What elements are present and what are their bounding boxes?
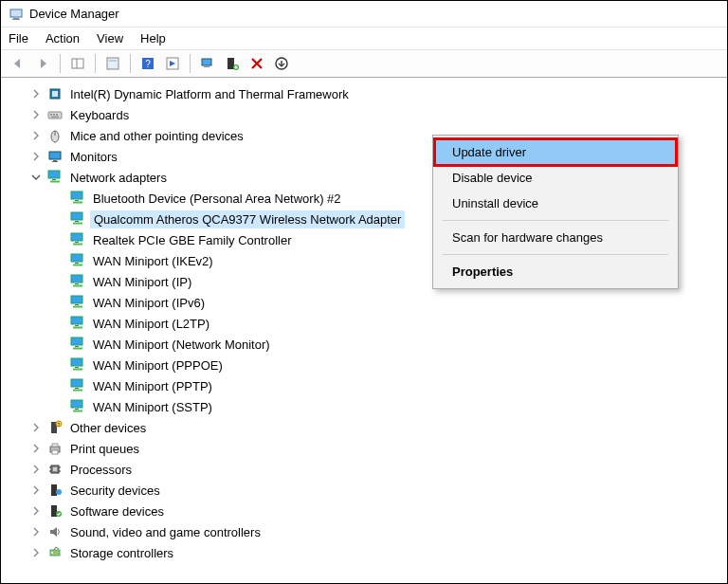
- svg-rect-53: [73, 348, 82, 350]
- tree-item-label[interactable]: WAN Miniport (PPPOE): [90, 357, 226, 374]
- svg-rect-68: [52, 450, 58, 454]
- monitor-net-icon: [69, 252, 86, 269]
- chevron-right-icon[interactable]: [29, 546, 43, 559]
- action-box-button[interactable]: [161, 53, 184, 74]
- menu-view[interactable]: View: [97, 31, 123, 46]
- tree-item-label[interactable]: Monitors: [67, 149, 120, 165]
- svg-rect-43: [75, 283, 79, 284]
- tree-item[interactable]: WAN Miniport (SSTP): [12, 396, 723, 417]
- uninstall-button[interactable]: [246, 53, 268, 74]
- chevron-right-icon[interactable]: [29, 484, 43, 497]
- svg-rect-10: [202, 59, 211, 65]
- tree-item[interactable]: WAN Miniport (PPTP): [12, 375, 723, 396]
- menu-action[interactable]: Action: [46, 31, 80, 46]
- chevron-right-icon[interactable]: [29, 87, 43, 100]
- back-button[interactable]: [7, 53, 29, 74]
- chevron-right-icon[interactable]: [29, 150, 43, 163]
- chevron-right-icon[interactable]: [29, 421, 43, 434]
- svg-rect-41: [73, 265, 82, 266]
- disable-button[interactable]: [270, 53, 293, 74]
- tree-item-label[interactable]: Sound, video and game controllers: [67, 524, 264, 540]
- tree-item[interactable]: WAN Miniport (PPPOE): [12, 355, 723, 375]
- forward-button[interactable]: [31, 53, 54, 74]
- svg-rect-1: [13, 18, 19, 19]
- tree-item[interactable]: Software devices: [12, 501, 723, 521]
- cpu-icon: [46, 461, 64, 478]
- monitor-net-icon: [69, 377, 86, 394]
- tree-item-label[interactable]: Keyboards: [67, 107, 132, 123]
- tree-item-label[interactable]: Software devices: [67, 503, 167, 520]
- context-menu: Update driver Disable device Uninstall d…: [432, 135, 679, 289]
- tree-item-label[interactable]: Storage controllers: [67, 545, 176, 561]
- svg-rect-3: [72, 59, 83, 68]
- tree-item-label[interactable]: WAN Miniport (IKEv2): [90, 253, 216, 269]
- svg-rect-45: [71, 296, 82, 303]
- chevron-right-icon[interactable]: [29, 108, 43, 121]
- menu-help[interactable]: Help: [140, 31, 166, 46]
- tree-item[interactable]: WAN Miniport (Network Monitor): [12, 334, 723, 355]
- update-driver-button[interactable]: [221, 53, 244, 74]
- help-button[interactable]: ?: [136, 53, 159, 74]
- printer-icon: [46, 440, 64, 457]
- tree-item[interactable]: WAN Miniport (IPv6): [12, 292, 723, 313]
- chevron-right-icon[interactable]: [29, 463, 43, 476]
- tree-item-label[interactable]: WAN Miniport (IPv6): [90, 295, 208, 311]
- monitor-net-icon: [69, 190, 86, 207]
- svg-rect-38: [73, 244, 82, 246]
- tree-item[interactable]: Keyboards: [12, 104, 723, 125]
- svg-rect-26: [52, 161, 58, 162]
- tree-item[interactable]: ?Other devices: [12, 417, 723, 438]
- window-title: Device Manager: [29, 7, 119, 21]
- chevron-down-icon[interactable]: [29, 171, 43, 184]
- context-scan-hardware[interactable]: Scan for hardware changes: [435, 225, 676, 250]
- chevron-right-icon[interactable]: [29, 129, 43, 142]
- svg-rect-0: [10, 9, 22, 17]
- tree-item-label[interactable]: Print queues: [67, 441, 142, 457]
- context-update-driver[interactable]: Update driver: [435, 139, 676, 165]
- tree-item-label[interactable]: Bluetooth Device (Personal Area Network)…: [90, 191, 344, 207]
- monitor-net-icon: [46, 169, 64, 186]
- monitor-net-icon: [69, 210, 86, 228]
- tree-item-label[interactable]: Mice and other pointing devices: [67, 128, 246, 144]
- show-hide-console-button[interactable]: [66, 53, 89, 74]
- tree-item-label[interactable]: WAN Miniport (PPTP): [90, 378, 215, 394]
- menubar: File Action View Help: [1, 27, 727, 50]
- chevron-right-icon[interactable]: [29, 504, 43, 518]
- tree-item[interactable]: WAN Miniport (L2TP): [12, 313, 723, 334]
- tree-item[interactable]: Intel(R) Dynamic Platform and Thermal Fr…: [12, 83, 723, 104]
- tree-item-label[interactable]: WAN Miniport (Network Monitor): [90, 337, 273, 353]
- tree-item[interactable]: Processors: [12, 459, 723, 480]
- context-properties[interactable]: Properties: [435, 259, 676, 284]
- tree-item-label[interactable]: Intel(R) Dynamic Platform and Thermal Fr…: [67, 86, 352, 102]
- tree-item-label[interactable]: Network adapters: [67, 170, 170, 186]
- toolbar-separator: [95, 54, 96, 73]
- mouse-icon: [46, 127, 64, 144]
- scan-hardware-button[interactable]: [196, 53, 219, 74]
- svg-rect-6: [109, 60, 117, 62]
- tree-item[interactable]: Security devices: [12, 480, 723, 501]
- svg-rect-50: [73, 327, 82, 329]
- toolbar: ?: [1, 50, 727, 78]
- menu-file[interactable]: File: [9, 31, 28, 46]
- toolbar-separator: [130, 54, 131, 73]
- tree-item[interactable]: Storage controllers: [12, 542, 723, 563]
- tree-item[interactable]: Print queues: [12, 438, 723, 459]
- tree-item-label[interactable]: WAN Miniport (IP): [90, 274, 194, 290]
- tree-item-label[interactable]: Other devices: [67, 420, 149, 436]
- monitor-net-icon: [69, 294, 86, 311]
- tree-item-label[interactable]: Security devices: [67, 483, 163, 499]
- tree-item[interactable]: Sound, video and game controllers: [12, 521, 723, 542]
- tree-item-label[interactable]: Realtek PCIe GBE Family Controller: [90, 232, 295, 248]
- properties-button[interactable]: [101, 53, 124, 74]
- chevron-right-icon[interactable]: [29, 525, 43, 538]
- context-uninstall-device[interactable]: Uninstall device: [435, 191, 676, 216]
- context-disable-device[interactable]: Disable device: [435, 165, 676, 191]
- svg-rect-55: [75, 367, 79, 368]
- tree-item-label[interactable]: Qualcomm Atheros QCA9377 Wireless Networ…: [90, 210, 405, 228]
- context-separator: [443, 254, 668, 255]
- tree-item-label[interactable]: WAN Miniport (SSTP): [90, 399, 215, 415]
- chevron-right-icon[interactable]: [29, 442, 43, 455]
- tree-item-label[interactable]: WAN Miniport (L2TP): [90, 316, 212, 332]
- svg-rect-49: [75, 325, 79, 326]
- tree-item-label[interactable]: Processors: [67, 462, 135, 478]
